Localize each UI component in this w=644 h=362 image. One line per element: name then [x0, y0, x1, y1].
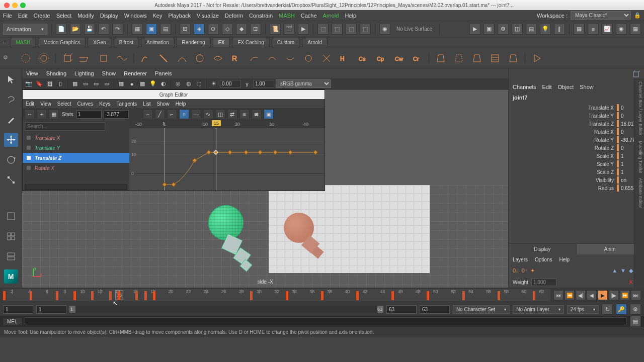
- tab-arnold[interactable]: Arnold: [302, 38, 328, 47]
- ge-menu-show[interactable]: Show: [157, 101, 170, 107]
- ge-channel-rx[interactable]: Rotate X: [23, 163, 129, 173]
- vp-camera-icon[interactable]: 📷: [24, 79, 33, 88]
- timeline-key[interactable]: [118, 291, 120, 300]
- timeline-key[interactable]: [56, 291, 58, 300]
- shelf-cloth1-icon[interactable]: [433, 51, 448, 66]
- vp-exposure-input[interactable]: [220, 80, 241, 87]
- cb-attr-row[interactable]: Radius0.655: [509, 184, 644, 192]
- sidetab-attribute[interactable]: Attribute Editor: [635, 178, 643, 208]
- ge-insertkey-icon[interactable]: +: [37, 109, 47, 119]
- ge-stats-frame-input[interactable]: [76, 110, 102, 119]
- range-end-outer-input[interactable]: [420, 305, 450, 314]
- tab-bifrost[interactable]: Bifrost: [114, 38, 139, 47]
- loop-icon[interactable]: ↻: [602, 304, 613, 315]
- timeline-key[interactable]: [3, 291, 6, 300]
- layer-move-up-icon[interactable]: ▲: [612, 267, 617, 274]
- snap-point-icon[interactable]: ⊙: [208, 24, 219, 35]
- step-back-key-button[interactable]: ⏪: [565, 290, 575, 300]
- ge-autoframe-icon[interactable]: ▣: [264, 109, 274, 119]
- ge-menu-help[interactable]: Help: [176, 101, 186, 107]
- maximize-button[interactable]: [20, 3, 26, 8]
- timeline-key[interactable]: [427, 291, 429, 300]
- ge-menu-edit[interactable]: Edit: [26, 101, 34, 107]
- menu-display[interactable]: Display: [100, 13, 118, 19]
- shelf-cloth3-icon[interactable]: [469, 51, 485, 66]
- tab-display[interactable]: Display: [509, 244, 577, 254]
- shelf-plane-icon[interactable]: [78, 51, 93, 66]
- layer-add-icon[interactable]: ◆: [629, 267, 633, 274]
- script-editor-icon[interactable]: ▤: [630, 316, 641, 327]
- shelf-ncloth-icon[interactable]: [488, 51, 503, 66]
- shelf-constraint4-icon[interactable]: Cr: [410, 51, 425, 66]
- menu-arnold[interactable]: Arnold: [323, 13, 339, 19]
- weight-input[interactable]: [531, 279, 556, 286]
- sl-ipr-render-icon[interactable]: ▣: [484, 24, 495, 35]
- vp-resgate-icon[interactable]: ▭: [92, 79, 101, 88]
- step-back-button[interactable]: ◀|: [576, 290, 586, 300]
- new-scene-icon[interactable]: 📄: [56, 24, 67, 35]
- graph-editor-graph[interactable]: -10 1 10 20 30 40 20 10 0: [129, 120, 325, 191]
- workspace-selector[interactable]: Maya Classic*: [571, 11, 631, 20]
- vp-gamma-input[interactable]: [253, 80, 274, 87]
- select-tool[interactable]: [4, 72, 18, 86]
- ge-tangent-clamped-icon[interactable]: ⌐: [167, 109, 177, 119]
- cb-attr-row[interactable]: Scale Y1: [509, 160, 644, 168]
- step-fwd-button[interactable]: |▶: [609, 290, 619, 300]
- save-scene-icon[interactable]: 💾: [84, 24, 95, 35]
- menu-cache[interactable]: Cache: [301, 13, 317, 19]
- autokey-icon[interactable]: 🔑: [616, 304, 627, 315]
- ge-outliner-scrollbar[interactable]: [25, 185, 127, 190]
- move-tool[interactable]: [4, 133, 18, 147]
- anim-layer-selector[interactable]: No Anim Layer: [513, 305, 564, 314]
- character-set-selector[interactable]: No Character Set: [453, 305, 510, 314]
- tab-fx[interactable]: FX: [213, 38, 230, 47]
- graph-editor-title[interactable]: Graph Editor: [23, 90, 325, 99]
- vp-menu-view[interactable]: View: [26, 70, 38, 76]
- cb-attr-row[interactable]: Translate Z16.017: [509, 120, 644, 128]
- vp-texture-icon[interactable]: ▩: [138, 79, 147, 88]
- cb-menu-show[interactable]: Show: [580, 84, 594, 90]
- time-slider-track[interactable]: 15 2468101214161820222426283032343638404…: [3, 289, 550, 301]
- vp-menu-lighting[interactable]: Lighting: [74, 70, 94, 76]
- scale-tool[interactable]: [4, 173, 18, 187]
- vp-colorspace-select[interactable]: sRGB gamma: [276, 79, 331, 88]
- ge-tangent-flat-icon[interactable]: —: [191, 109, 201, 119]
- ge-buffer-icon[interactable]: ◫: [215, 109, 225, 119]
- tab-xgen[interactable]: XGen: [88, 38, 112, 47]
- layout-single-icon[interactable]: [4, 209, 18, 223]
- shelf-wave-icon[interactable]: [114, 51, 129, 66]
- cb-attr-row[interactable]: Rotate Z0: [509, 144, 644, 152]
- ge-lattice-icon[interactable]: ▦: [49, 109, 59, 119]
- select-object-icon[interactable]: ▣: [146, 24, 157, 35]
- range-track[interactable]: 1 63: [69, 306, 383, 313]
- tab-custom[interactable]: Custom: [272, 38, 300, 47]
- shelf-field5-icon[interactable]: [210, 51, 225, 66]
- menu-constrain[interactable]: Constrain: [249, 13, 273, 19]
- shelf-solver1-icon[interactable]: [301, 51, 316, 66]
- cb-attr-row[interactable]: Visibilityon: [509, 176, 644, 184]
- viewcube-icon[interactable]: [632, 70, 640, 78]
- shelf-play-icon[interactable]: [529, 51, 544, 66]
- ge-menu-curves[interactable]: Curves: [77, 101, 94, 107]
- timeline-key[interactable]: [91, 291, 94, 300]
- ge-search-input[interactable]: [25, 122, 105, 131]
- shelf-constraint1-icon[interactable]: Cs: [355, 51, 370, 66]
- vp-menu-shading[interactable]: Shading: [46, 70, 66, 76]
- shelf-field3-icon[interactable]: [174, 51, 189, 66]
- cb-attr-row[interactable]: Rotate X0: [509, 128, 644, 136]
- ge-denormalize-icon[interactable]: ≢: [252, 109, 262, 119]
- layer-zero-weight-icon[interactable]: 0↓: [513, 267, 519, 274]
- menu-visualize[interactable]: Visualize: [197, 13, 219, 19]
- timeline-key[interactable]: [391, 291, 394, 300]
- layer-full-weight-icon[interactable]: 0↑: [522, 267, 528, 274]
- timeline-key[interactable]: [153, 291, 155, 300]
- ge-time-ruler[interactable]: -10 1 10 20 30 40: [129, 120, 325, 128]
- shelf-emitter-icon[interactable]: [36, 51, 51, 66]
- tab-motiongraphics[interactable]: Motion Graphics: [38, 38, 86, 47]
- sl-hypergraph-icon[interactable]: ◫: [512, 24, 523, 35]
- shelf-constraint3-icon[interactable]: Cw: [391, 51, 407, 66]
- cb-menu-object[interactable]: Object: [557, 84, 574, 90]
- shelf-fluid3-icon[interactable]: [283, 51, 298, 66]
- vp-filmgate-icon[interactable]: ▭: [81, 79, 90, 88]
- menu-edit[interactable]: Edit: [18, 13, 28, 19]
